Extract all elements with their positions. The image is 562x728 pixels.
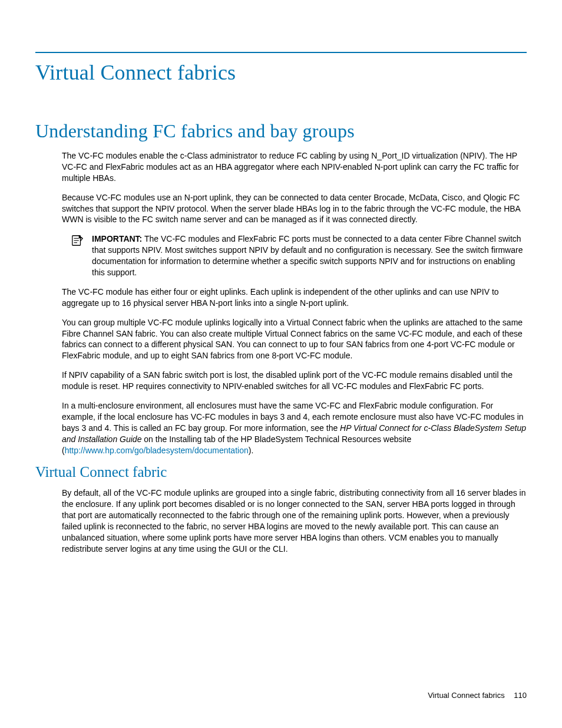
page-footer: Virtual Connect fabrics 110 (428, 691, 527, 700)
section-heading-understanding: Understanding FC fabrics and bay groups (35, 120, 527, 142)
paragraph: The VC-FC module has either four or eigh… (62, 286, 527, 309)
paragraph: In a multi-enclosure environment, all en… (62, 400, 527, 456)
important-label: IMPORTANT: (92, 234, 142, 243)
paragraph: You can group multiple VC-FC module upli… (62, 317, 527, 362)
text-segment: ). (249, 446, 254, 455)
important-note-text: IMPORTANT: The VC-FC modules and FlexFab… (92, 233, 527, 278)
paragraph: If NPIV capability of a SAN fabric switc… (62, 370, 527, 392)
paragraph: Because VC-FC modules use an N-port upli… (62, 192, 527, 226)
important-note: IMPORTANT: The VC-FC modules and FlexFab… (71, 233, 527, 278)
note-icon (71, 234, 84, 247)
footer-title: Virtual Connect fabrics (428, 691, 505, 700)
paragraph: By default, all of the VC-FC module upli… (62, 487, 527, 554)
documentation-link[interactable]: http://www.hp.com/go/bladesystem/documen… (65, 446, 249, 455)
top-rule (35, 52, 527, 53)
page-title: Virtual Connect fabrics (35, 60, 527, 85)
important-body: The VC-FC modules and FlexFabric FC port… (92, 234, 523, 277)
section-heading-vcfabric: Virtual Connect fabric (35, 464, 527, 480)
paragraph: The VC-FC modules enable the c-Class adm… (62, 150, 527, 184)
page-number: 110 (514, 691, 527, 700)
